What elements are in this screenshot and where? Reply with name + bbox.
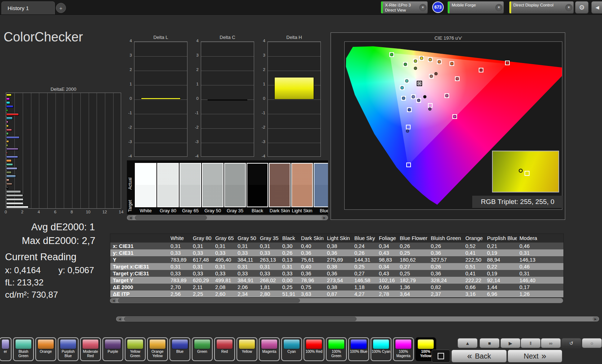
source-dropdown[interactable]: Mobile Forge ▼ bbox=[447, 1, 504, 14]
table-cell: 146,40 bbox=[517, 278, 563, 283]
patch-button-er[interactable]: er bbox=[0, 337, 12, 361]
table-cell: 0,26 bbox=[428, 243, 463, 249]
patch-button-green[interactable]: Green bbox=[192, 337, 213, 361]
table-cell: 0,27 bbox=[352, 271, 376, 276]
patch-button-purplish-blue[interactable]: Purplish Blue bbox=[58, 337, 79, 361]
patch-button-100-red[interactable]: 100% Red bbox=[304, 337, 324, 361]
row-label: y: CIE31 bbox=[110, 250, 168, 256]
target-row-label: Target bbox=[128, 186, 133, 214]
patch-button-yellow-green[interactable]: Yellow Green bbox=[125, 337, 146, 361]
table-cell: 499,81 bbox=[213, 278, 235, 283]
patch-button-100-green[interactable]: 100% Green bbox=[326, 337, 347, 361]
scroll-left-icon[interactable]: ◀ bbox=[111, 298, 116, 303]
measured-circle-marker bbox=[400, 86, 404, 89]
patch-button-100-blue[interactable]: 100% Blue bbox=[348, 337, 369, 361]
tab-label: History 1 bbox=[8, 5, 29, 11]
table-scrollbar[interactable]: ◀ bbox=[110, 298, 563, 303]
table-cell: 2,70 bbox=[168, 284, 190, 290]
delta-chart-title: Delta L bbox=[134, 35, 187, 40]
patch-button-cyan[interactable]: Cyan bbox=[281, 337, 302, 361]
swatch-light-skin bbox=[291, 163, 313, 207]
deltae-bar bbox=[6, 202, 23, 205]
measured-circle-marker bbox=[404, 63, 407, 66]
patch-button-bluish-green[interactable]: Bluish Green bbox=[13, 337, 34, 361]
display-control-dropdown[interactable]: Direct Display Control ▼ bbox=[509, 1, 574, 14]
next-button[interactable]: Next » bbox=[508, 350, 562, 363]
record-button[interactable]: ○ bbox=[582, 338, 602, 348]
measurement-count-badge[interactable]: 673 bbox=[432, 1, 444, 13]
collapse-up-button[interactable]: ▲ bbox=[457, 338, 478, 348]
deltae-x-tick: 6 bbox=[52, 210, 59, 214]
target-square-marker bbox=[428, 103, 433, 108]
measured-circle-marker bbox=[408, 108, 411, 111]
patch-strip-scrollbar-thumb[interactable] bbox=[124, 317, 357, 321]
current-x-value: x: 0,4164 bbox=[5, 265, 41, 275]
measured-circle-marker bbox=[417, 99, 420, 102]
patch-color bbox=[417, 339, 434, 349]
scroll-right-icon[interactable]: ▶ bbox=[593, 317, 598, 321]
swatch-black bbox=[247, 163, 268, 207]
settings-button[interactable]: ⚙ bbox=[575, 1, 589, 14]
swatch-scrollbar[interactable]: ◀ ▶ bbox=[127, 215, 328, 220]
delta-y-tick: 2 bbox=[190, 67, 199, 72]
table-cell: 78,96 bbox=[298, 278, 324, 283]
delta-y-tick: 3 bbox=[190, 53, 199, 57]
column-header: Blue Sky bbox=[352, 235, 376, 241]
scroll-left-icon[interactable]: ◀ bbox=[117, 317, 123, 321]
meter-dropdown[interactable]: X-Rite i1Pro 3 Direct View ▼ bbox=[381, 1, 428, 14]
chevrons-left-icon: « bbox=[467, 351, 472, 361]
deltae-bar bbox=[6, 125, 9, 127]
measured-circle-marker bbox=[402, 97, 405, 100]
patch-label: Green bbox=[193, 350, 212, 354]
play-button[interactable]: ▶ bbox=[500, 338, 521, 348]
table-cell: 0,41 bbox=[463, 271, 484, 276]
loop-button[interactable]: ↺ bbox=[561, 338, 581, 348]
patch-color bbox=[239, 339, 255, 349]
patch-strip-scrollbar[interactable]: ◀ ▶ bbox=[116, 316, 599, 321]
patch-button-blue[interactable]: Blue bbox=[169, 337, 190, 361]
patch-label: Orange bbox=[36, 350, 55, 354]
patch-color bbox=[350, 339, 367, 349]
table-cell: 98,83 bbox=[376, 257, 397, 263]
table-row: Target y:CIE310,330,330,330,330,330,330,… bbox=[110, 270, 563, 277]
measured-circle-marker bbox=[406, 129, 409, 133]
column-header: Bluish Green bbox=[428, 235, 463, 241]
patch-button-100-cyan[interactable]: 100% Cyan bbox=[371, 337, 391, 361]
tab-history-1[interactable]: History 1 bbox=[1, 1, 55, 14]
back-button[interactable]: « Back bbox=[451, 350, 507, 363]
measured-circle-marker bbox=[420, 57, 423, 60]
table-cell: 0,33 bbox=[168, 271, 190, 276]
table-cell: 0,31 bbox=[168, 264, 190, 270]
scroll-right-icon[interactable]: ▶ bbox=[322, 216, 327, 220]
stop-button[interactable]: ■ bbox=[479, 338, 500, 348]
table-cell: 0,33 bbox=[257, 250, 280, 256]
patch-button-magenta[interactable]: Magenta bbox=[259, 337, 280, 361]
patch-button-moderate-red[interactable]: Moderate Red bbox=[80, 337, 101, 361]
patch-button-red[interactable]: Red bbox=[214, 337, 235, 361]
table-cell: 0,13 bbox=[280, 257, 298, 263]
deltae-x-tick: 12 bbox=[101, 210, 108, 214]
table-cell: 0,38 bbox=[324, 243, 352, 249]
pause-button[interactable]: ‖ bbox=[521, 338, 541, 348]
patch-button-purple[interactable]: Purple bbox=[102, 337, 123, 361]
table-row: ΔE 20002,702,112,082,061,810,250,750,381… bbox=[110, 284, 563, 290]
patch-button-100-magenta[interactable]: 100% Magenta bbox=[393, 337, 414, 361]
current-y-value: y: 0,5067 bbox=[58, 265, 94, 275]
table-cell: 495,40 bbox=[213, 257, 235, 263]
swatch-scrollbar-thumb[interactable] bbox=[135, 216, 207, 220]
swatch-gray-80 bbox=[157, 163, 179, 207]
scroll-left-icon[interactable]: ◀ bbox=[128, 216, 133, 220]
collapse-panel-button[interactable]: ◀ bbox=[591, 1, 602, 14]
table-scrollbar-thumb[interactable] bbox=[118, 298, 300, 303]
patch-button-yellow[interactable]: Yellow bbox=[236, 337, 257, 361]
table-cell: 384,11 bbox=[235, 257, 257, 263]
continuous-read-button[interactable]: ∞ bbox=[541, 338, 561, 348]
patch-button-orange[interactable]: Orange bbox=[35, 337, 56, 361]
swatch-label: White bbox=[133, 208, 158, 213]
patch-button-orange-yellow[interactable]: Orange Yellow bbox=[147, 337, 168, 361]
layout-button[interactable] bbox=[431, 350, 450, 363]
whitepoint-circle-marker bbox=[418, 82, 421, 85]
add-tab-button[interactable]: + bbox=[56, 3, 66, 13]
deltae-bar bbox=[6, 148, 18, 150]
table-cell: 268,02 bbox=[257, 278, 280, 283]
